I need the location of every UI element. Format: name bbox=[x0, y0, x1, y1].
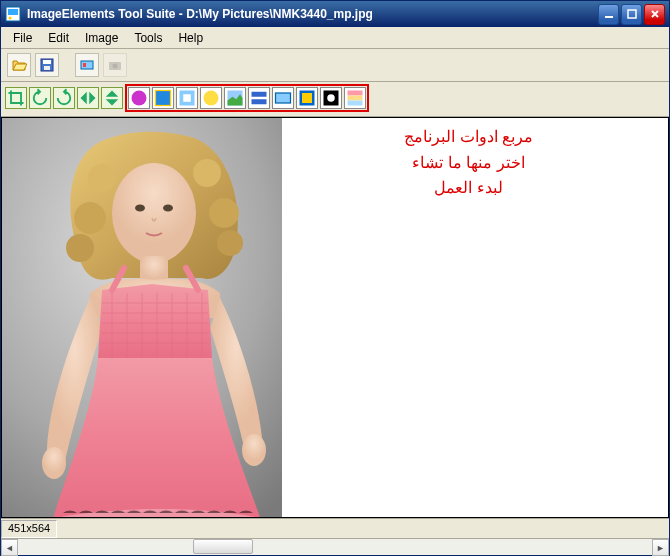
svg-point-30 bbox=[74, 202, 106, 234]
loaded-image bbox=[2, 118, 322, 517]
annotation-line-2: اختر منها ما تشاء bbox=[404, 150, 533, 176]
tools-highlight-box bbox=[125, 84, 369, 112]
process-button[interactable] bbox=[75, 53, 99, 77]
svg-point-11 bbox=[113, 64, 118, 69]
svg-rect-15 bbox=[183, 94, 191, 102]
menubar: File Edit Image Tools Help bbox=[1, 27, 669, 49]
svg-rect-19 bbox=[252, 99, 267, 104]
open-button[interactable] bbox=[7, 53, 31, 77]
toolbar-secondary bbox=[1, 82, 669, 117]
save-button[interactable] bbox=[35, 53, 59, 77]
svg-point-12 bbox=[132, 91, 147, 106]
svg-rect-22 bbox=[302, 93, 312, 103]
svg-point-24 bbox=[327, 94, 335, 102]
camera-button bbox=[103, 53, 127, 77]
effect-8-button[interactable] bbox=[296, 87, 318, 109]
flip-vertical-button[interactable] bbox=[101, 87, 123, 109]
effect-4-button[interactable] bbox=[200, 87, 222, 109]
toolbar-separator bbox=[63, 53, 71, 77]
annotation-line-1: مربع ادوات البرنامج bbox=[404, 124, 533, 150]
effect-5-button[interactable] bbox=[224, 87, 246, 109]
window-title: ImageElements Tool Suite - D:\My Picture… bbox=[27, 7, 598, 21]
rotate-right-button[interactable] bbox=[53, 87, 75, 109]
svg-rect-13 bbox=[156, 91, 171, 106]
svg-point-31 bbox=[66, 234, 94, 262]
svg-rect-4 bbox=[628, 10, 636, 18]
application-window: ImageElements Tool Suite - D:\My Picture… bbox=[0, 0, 670, 556]
titlebar: ImageElements Tool Suite - D:\My Picture… bbox=[1, 1, 669, 27]
svg-point-16 bbox=[204, 91, 219, 106]
effect-9-button[interactable] bbox=[320, 87, 342, 109]
svg-point-38 bbox=[163, 205, 173, 212]
app-icon bbox=[5, 6, 21, 22]
scroll-thumb[interactable] bbox=[193, 539, 253, 554]
svg-point-35 bbox=[193, 159, 221, 187]
effect-2-button[interactable] bbox=[152, 87, 174, 109]
svg-rect-7 bbox=[44, 66, 50, 70]
effect-6-button[interactable] bbox=[248, 87, 270, 109]
rotate-left-button[interactable] bbox=[29, 87, 51, 109]
svg-point-40 bbox=[42, 447, 66, 479]
svg-rect-3 bbox=[605, 16, 613, 18]
horizontal-scrollbar[interactable]: ◄ ► bbox=[1, 538, 669, 555]
toolbar-main bbox=[1, 49, 669, 82]
svg-point-36 bbox=[112, 163, 196, 263]
maximize-button[interactable] bbox=[621, 4, 642, 25]
annotation-line-3: لبدء العمل bbox=[404, 175, 533, 201]
menu-edit[interactable]: Edit bbox=[40, 29, 77, 47]
effect-7-button[interactable] bbox=[272, 87, 294, 109]
svg-rect-9 bbox=[83, 63, 86, 67]
effect-1-button[interactable] bbox=[128, 87, 150, 109]
svg-point-33 bbox=[217, 230, 243, 256]
svg-rect-8 bbox=[81, 61, 93, 69]
close-button[interactable] bbox=[644, 4, 665, 25]
svg-point-34 bbox=[88, 164, 116, 192]
menu-tools[interactable]: Tools bbox=[126, 29, 170, 47]
menu-file[interactable]: File bbox=[5, 29, 40, 47]
svg-point-41 bbox=[242, 434, 266, 466]
svg-rect-26 bbox=[348, 96, 363, 101]
effect-3-button[interactable] bbox=[176, 87, 198, 109]
menu-help[interactable]: Help bbox=[170, 29, 211, 47]
flip-horizontal-button[interactable] bbox=[77, 87, 99, 109]
canvas-area: مربع ادوات البرنامج اختر منها ما تشاء لب… bbox=[1, 117, 669, 518]
scroll-right-button[interactable]: ► bbox=[652, 539, 669, 556]
svg-rect-20 bbox=[276, 93, 291, 103]
effect-10-button[interactable] bbox=[344, 87, 366, 109]
svg-rect-29 bbox=[282, 118, 322, 517]
svg-rect-27 bbox=[348, 101, 363, 106]
menu-image[interactable]: Image bbox=[77, 29, 126, 47]
scroll-left-button[interactable]: ◄ bbox=[1, 539, 18, 556]
svg-point-32 bbox=[209, 198, 239, 228]
scroll-track[interactable] bbox=[18, 539, 652, 555]
statusbar: 451x564 bbox=[1, 518, 669, 538]
svg-rect-1 bbox=[8, 9, 18, 15]
svg-rect-18 bbox=[252, 92, 267, 97]
svg-point-37 bbox=[135, 205, 145, 212]
svg-point-2 bbox=[9, 17, 12, 20]
svg-rect-6 bbox=[43, 60, 51, 64]
svg-rect-25 bbox=[348, 91, 363, 96]
canvas[interactable]: مربع ادوات البرنامج اختر منها ما تشاء لب… bbox=[2, 118, 668, 517]
annotation-text: مربع ادوات البرنامج اختر منها ما تشاء لب… bbox=[404, 124, 533, 201]
crop-button[interactable] bbox=[5, 87, 27, 109]
minimize-button[interactable] bbox=[598, 4, 619, 25]
status-dimensions: 451x564 bbox=[1, 520, 57, 538]
window-controls bbox=[598, 4, 665, 25]
